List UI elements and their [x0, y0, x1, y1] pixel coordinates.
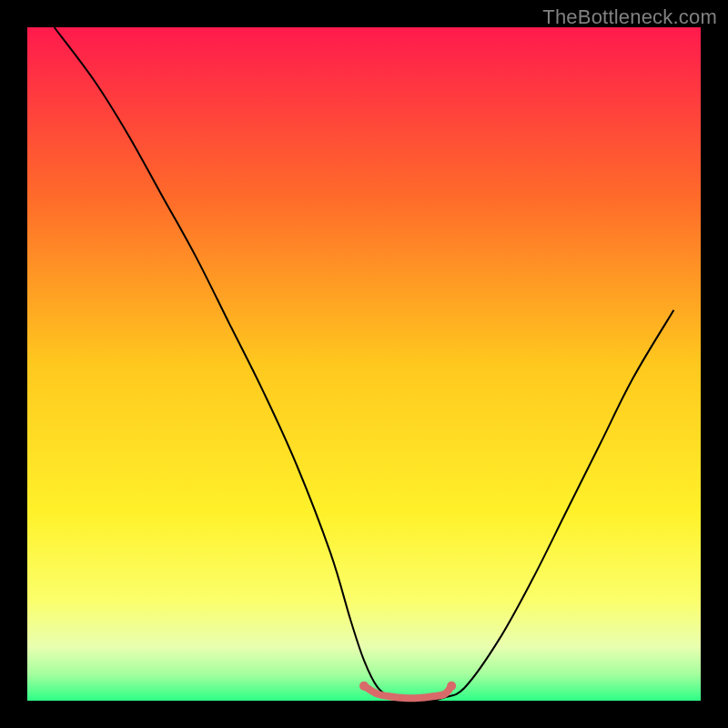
chart-container: TheBottleneck.com: [0, 0, 728, 728]
bottleneck-chart: [0, 0, 728, 728]
watermark-text: TheBottleneck.com: [542, 5, 717, 29]
marker-dot: [359, 682, 369, 691]
marker-dot: [447, 682, 456, 691]
plot-background: [27, 27, 701, 701]
